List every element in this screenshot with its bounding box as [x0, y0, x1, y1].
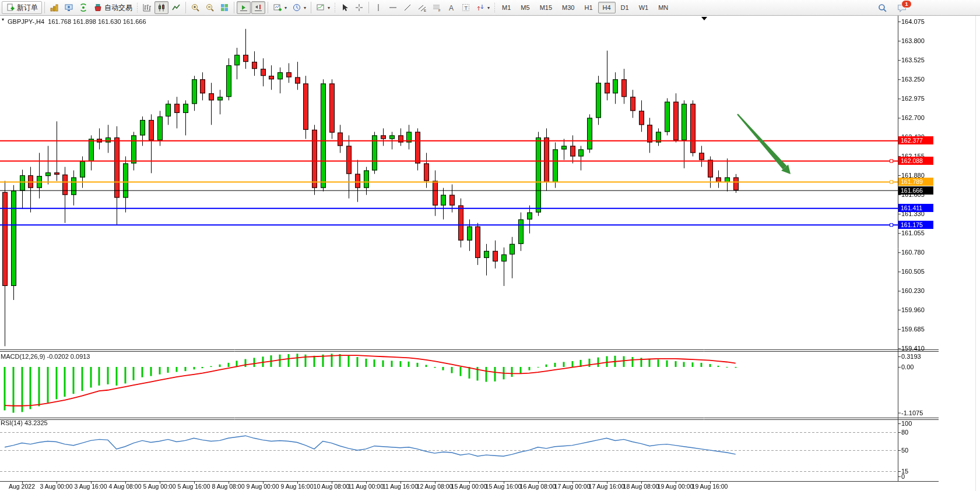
trendline-icon — [403, 3, 412, 12]
text-label-button[interactable]: T — [459, 1, 473, 14]
cursor-icon — [340, 3, 349, 12]
line-chart-icon — [171, 3, 181, 12]
new-order-icon — [6, 3, 15, 12]
chart-shift-marker[interactable] — [701, 17, 707, 20]
virtual-hosting-button[interactable] — [62, 1, 76, 14]
chart-canvas[interactable] — [0, 16, 980, 491]
toolbar-grip — [494, 2, 496, 13]
line-chart-button[interactable] — [169, 1, 183, 14]
toolbar-separator — [268, 2, 268, 13]
fibonacci-icon: F — [432, 3, 441, 12]
new-order-label: 新订单 — [17, 3, 38, 13]
notifications-button[interactable]: 1 — [894, 1, 909, 14]
toolbar-grip — [334, 2, 336, 13]
price-level-badge[interactable]: 161.666 — [898, 186, 933, 195]
timeframe-M30[interactable]: M30 — [557, 2, 579, 13]
autotrading-icon — [93, 3, 103, 12]
zoom-in-button[interactable] — [188, 1, 202, 14]
bar-chart-button[interactable] — [140, 1, 154, 14]
indicators-icon — [316, 3, 325, 12]
auto-scroll-icon — [239, 3, 248, 12]
profiles-button[interactable] — [47, 1, 61, 14]
tile-windows-button[interactable] — [217, 1, 231, 14]
mt4-window: 新订单 自动交易 — [0, 0, 980, 491]
svg-text:T: T — [465, 5, 468, 11]
toolbar-separator — [44, 2, 45, 13]
zoom-out-icon — [205, 3, 215, 12]
autotrading-button[interactable]: 自动交易 — [91, 1, 135, 14]
chart-shift-icon — [254, 3, 263, 12]
trendline-button[interactable] — [401, 1, 415, 14]
profiles-icon — [50, 3, 59, 12]
arrows-icon — [476, 3, 485, 12]
timeframe-M1[interactable]: M1 — [497, 2, 515, 13]
price-level-badge[interactable]: 161.411 — [898, 204, 933, 212]
vertical-line-icon — [374, 3, 383, 12]
cursor-button[interactable] — [338, 1, 352, 14]
toolbar-right-group: 1 — [875, 1, 909, 14]
signals-icon — [79, 3, 88, 12]
timeframe-H4[interactable]: H4 — [598, 2, 616, 13]
chart-title: GBPJPY-,H4 161.768 161.898 161.630 161.6… — [8, 18, 146, 25]
chart-shift-button[interactable] — [251, 1, 265, 14]
timeframe-W1[interactable]: W1 — [634, 2, 654, 13]
periods-button[interactable]: ▾ — [290, 1, 308, 14]
dropdown-caret-icon: ▾ — [304, 5, 306, 10]
virtual-hosting-icon — [64, 3, 73, 12]
bar-chart-icon — [142, 3, 152, 12]
toolbar-separator — [234, 2, 234, 13]
indicators-button[interactable]: ▾ — [314, 1, 332, 14]
text-label-icon: T — [461, 3, 470, 12]
chart-menu-arrow-icon[interactable]: ▾ — [2, 17, 4, 22]
macd-label: MACD(12,26,9) -0.0202 0.0913 — [1, 353, 90, 360]
tile-windows-icon — [220, 3, 229, 12]
price-level-badge[interactable]: 161.789 — [898, 178, 933, 186]
timeframe-group: M1M5M15M30H1H4D1W1MN — [497, 2, 673, 13]
notification-badge: 1 — [901, 0, 912, 8]
timeframe-H1[interactable]: H1 — [579, 2, 597, 13]
new-chart-icon — [273, 3, 282, 12]
signals-button[interactable] — [76, 1, 90, 14]
new-order-button[interactable]: 新订单 — [2, 1, 42, 14]
toolbar-separator — [311, 2, 311, 13]
text-icon: A — [447, 3, 456, 12]
zoom-out-button[interactable] — [203, 1, 217, 14]
text-button[interactable]: A — [444, 1, 458, 14]
autotrading-label: 自动交易 — [104, 3, 132, 13]
toolbar-separator — [368, 2, 369, 13]
fibonacci-button[interactable]: F — [430, 1, 444, 14]
right-edge-divider — [975, 16, 976, 491]
crosshair-button[interactable] — [352, 1, 366, 14]
timeframe-M5[interactable]: M5 — [516, 2, 534, 13]
price-level-badge[interactable]: 162.088 — [898, 157, 933, 165]
horizontal-line-icon — [388, 3, 398, 12]
timeframe-MN[interactable]: MN — [654, 2, 673, 13]
svg-text:E: E — [424, 9, 426, 12]
timeframe-D1[interactable]: D1 — [616, 2, 634, 13]
horizontal-line-button[interactable] — [386, 1, 400, 14]
toolbar-grip — [136, 2, 138, 13]
svg-text:F: F — [438, 9, 441, 12]
search-icon — [877, 3, 887, 13]
price-level-badge[interactable]: 162.377 — [898, 136, 933, 144]
equidistant-channel-icon: E — [417, 3, 427, 12]
svg-text:A: A — [449, 4, 454, 12]
price-level-badge[interactable]: 161.175 — [898, 221, 933, 229]
equidistant-channel-button[interactable]: E — [415, 1, 429, 14]
timeframe-M15[interactable]: M15 — [535, 2, 557, 13]
zoom-in-icon — [191, 3, 200, 12]
search-button[interactable] — [875, 1, 890, 14]
crosshair-icon — [354, 3, 364, 12]
candlestick-button[interactable] — [154, 1, 168, 14]
candlestick-icon — [157, 3, 166, 12]
periods-clock-icon — [292, 3, 301, 12]
dropdown-caret-icon: ▾ — [487, 5, 490, 10]
auto-scroll-button[interactable] — [237, 1, 251, 14]
toolbar: 新订单 自动交易 — [0, 0, 980, 16]
vertical-line-button[interactable] — [371, 1, 385, 14]
rsi-label: RSI(14) 43.2325 — [1, 419, 48, 426]
toolbar-separator — [185, 2, 186, 13]
new-chart-button[interactable]: ▾ — [271, 1, 289, 14]
dropdown-caret-icon: ▾ — [328, 5, 330, 10]
arrows-button[interactable]: ▾ — [473, 1, 492, 14]
